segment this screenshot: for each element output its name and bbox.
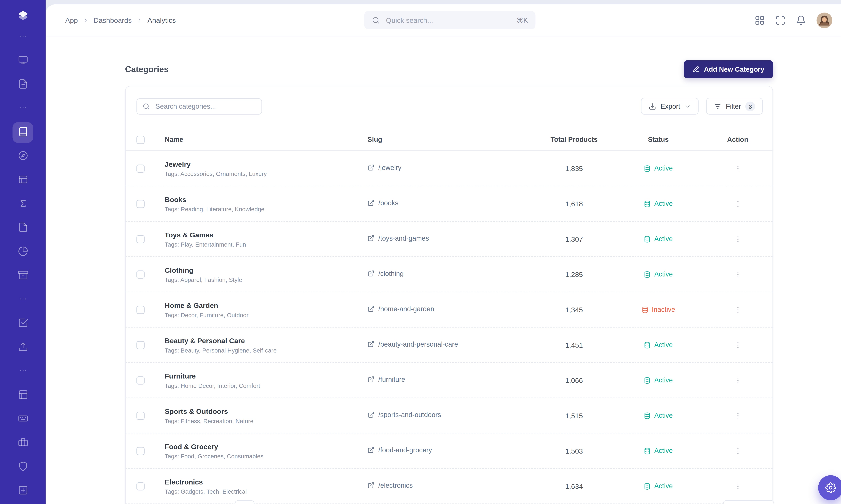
row-actions-button[interactable] xyxy=(731,267,745,281)
sidebar-item[interactable] xyxy=(13,50,33,71)
breadcrumb: App Dashboards Analytics xyxy=(65,4,176,36)
sidebar-item[interactable] xyxy=(13,313,33,334)
row-checkbox[interactable] xyxy=(137,235,145,243)
row-actions-button[interactable] xyxy=(731,373,745,387)
row-actions-button[interactable] xyxy=(731,232,745,246)
sidebar-item[interactable] xyxy=(13,74,33,95)
external-link-icon xyxy=(367,411,375,418)
row-checkbox[interactable] xyxy=(137,447,145,455)
row-checkbox[interactable] xyxy=(137,306,145,314)
table-body: Jewelry Tags: Accessories, Ornaments, Lu… xyxy=(126,151,772,504)
row-checkbox[interactable] xyxy=(137,270,145,278)
dots-divider-icon xyxy=(19,103,27,114)
row-checkbox[interactable] xyxy=(137,482,145,490)
table-row: Food & Grocery Tags: Food, Groceries, Co… xyxy=(126,433,772,468)
file-icon xyxy=(18,222,28,234)
apps-grid-icon[interactable] xyxy=(755,15,765,25)
row-checkbox[interactable] xyxy=(137,376,145,384)
sidebar-item[interactable] xyxy=(13,337,33,358)
row-actions-button[interactable] xyxy=(731,161,745,175)
table-row: Clothing Tags: Apparel, Fashion, Style /… xyxy=(126,256,772,292)
row-actions-button[interactable] xyxy=(731,408,745,422)
row-checkbox[interactable] xyxy=(137,164,145,173)
categories-search-input[interactable] xyxy=(154,102,256,111)
category-slug-link[interactable]: /beauty-and-personal-care xyxy=(367,340,458,348)
category-name: Jewelry xyxy=(165,160,367,168)
category-slug-link[interactable]: /food-and-grocery xyxy=(367,446,432,454)
total-products: 1,285 xyxy=(533,270,615,278)
search-icon xyxy=(142,103,150,110)
status-badge: Active xyxy=(644,341,673,349)
sidebar-item[interactable] xyxy=(13,481,33,501)
sidebar-item[interactable] xyxy=(13,170,33,191)
status-badge: Active xyxy=(644,412,673,419)
fullscreen-icon[interactable] xyxy=(775,15,786,25)
category-name: Electronics xyxy=(165,478,367,486)
breadcrumb-item-dashboards[interactable]: Dashboards xyxy=(94,16,132,24)
category-slug-link[interactable]: /books xyxy=(367,199,398,206)
tasks-icon xyxy=(18,317,28,330)
filter-button[interactable]: Filter 3 xyxy=(706,98,763,115)
row-checkbox[interactable] xyxy=(137,341,145,349)
search-shortcut: ⌘K xyxy=(517,16,528,24)
row-checkbox[interactable] xyxy=(137,200,145,208)
database-icon xyxy=(644,377,651,384)
sidebar-item[interactable] xyxy=(13,218,33,238)
avatar-photo xyxy=(817,12,832,28)
pagination-previous-button[interactable] xyxy=(235,500,254,504)
external-link-icon xyxy=(367,446,375,454)
breadcrumb-item-app[interactable]: App xyxy=(65,16,78,24)
category-tags: Tags: Decor, Furniture, Outdoor xyxy=(165,311,367,318)
sidebar-item[interactable] xyxy=(13,433,33,454)
column-header-status: Status xyxy=(615,136,702,143)
row-actions-button[interactable] xyxy=(731,197,745,211)
quick-search-input[interactable] xyxy=(385,16,512,24)
row-actions-button[interactable] xyxy=(731,479,745,493)
pagination-controls[interactable] xyxy=(723,500,774,504)
category-slug-link[interactable]: /furniture xyxy=(367,376,405,383)
download-icon xyxy=(649,103,656,110)
category-slug-link[interactable]: /toys-and-games xyxy=(367,234,429,242)
sidebar-item[interactable] xyxy=(13,409,33,430)
sidebar-item[interactable] xyxy=(13,266,33,286)
main-panel: App Dashboards Analytics ⌘K xyxy=(46,4,841,504)
row-actions-button[interactable] xyxy=(731,303,745,317)
add-new-category-button[interactable]: Add New Category xyxy=(684,60,773,78)
category-slug-link[interactable]: /jewelry xyxy=(367,164,401,171)
status-badge: Active xyxy=(644,200,673,208)
categories-search[interactable] xyxy=(137,98,262,114)
status-badge: Active xyxy=(644,447,673,454)
dots-vertical-icon xyxy=(734,376,742,384)
category-slug-link[interactable]: /electronics xyxy=(367,482,413,489)
category-slug-link[interactable]: /clothing xyxy=(367,270,404,277)
column-header-total-products: Total Products xyxy=(533,136,615,143)
sidebar-item[interactable] xyxy=(13,194,33,215)
category-slug-link[interactable]: /sports-and-outdoors xyxy=(367,411,441,418)
quick-search[interactable]: ⌘K xyxy=(364,11,535,29)
status-badge: Inactive xyxy=(641,306,675,313)
sidebar-item[interactable] xyxy=(13,242,33,262)
table-row: Electronics Tags: Gadgets, Tech, Electri… xyxy=(126,468,772,503)
app-logo-icon[interactable] xyxy=(13,5,33,25)
pie-chart-icon xyxy=(18,246,28,258)
select-all-checkbox[interactable] xyxy=(137,136,145,144)
sidebar-item[interactable] xyxy=(13,457,33,478)
total-products: 1,835 xyxy=(533,164,615,173)
row-actions-button[interactable] xyxy=(731,444,745,458)
sidebar-item[interactable] xyxy=(13,385,33,406)
sidebar-item[interactable] xyxy=(13,122,33,143)
total-products: 1,634 xyxy=(533,482,615,490)
export-button[interactable]: Export xyxy=(641,98,699,115)
card-toolbar: Export Filter 3 xyxy=(126,86,772,115)
column-header-slug: Slug xyxy=(367,136,533,143)
sidebar-item[interactable] xyxy=(13,146,33,167)
row-checkbox[interactable] xyxy=(137,412,145,420)
settings-fab-button[interactable] xyxy=(818,475,841,500)
total-products: 1,503 xyxy=(533,447,615,455)
filter-icon xyxy=(714,103,721,110)
category-slug-link[interactable]: /home-and-garden xyxy=(367,305,434,312)
bell-icon[interactable] xyxy=(796,15,806,25)
total-products: 1,345 xyxy=(533,306,615,314)
avatar[interactable] xyxy=(817,12,832,28)
row-actions-button[interactable] xyxy=(731,338,745,352)
